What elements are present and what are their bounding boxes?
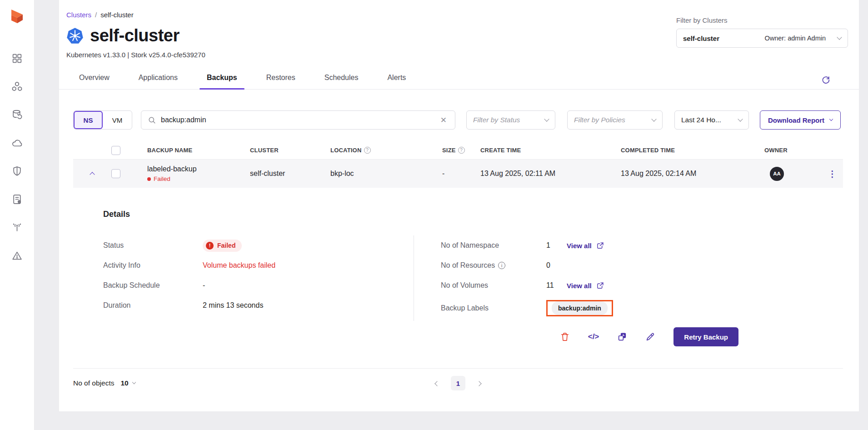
row-status: Failed — [147, 175, 250, 182]
time-range-value: Last 24 Ho... — [681, 116, 721, 124]
volumes-count: 11 — [546, 281, 567, 290]
error-circle-icon: ! — [206, 242, 214, 250]
download-report-button[interactable]: Download Report — [760, 110, 841, 130]
toggle-vm-button[interactable]: VM — [103, 111, 132, 129]
duplicate-backup-icon[interactable] — [617, 332, 627, 342]
ns-vm-toggle: NS VM — [73, 110, 132, 130]
col-size: SIZE? — [442, 147, 480, 154]
policies-placeholder: Filter by Policies — [574, 116, 625, 124]
owner-avatar[interactable]: AA — [770, 167, 784, 181]
col-completed-time: COMPLETED TIME — [621, 147, 764, 154]
rules-document-icon[interactable] — [11, 194, 23, 205]
cluster-filter-owner: Owner: admin Admin — [764, 35, 826, 42]
toggle-ns-button[interactable]: NS — [74, 111, 103, 129]
details-right-column: No of Namespace 1 View all No of Resourc… — [414, 235, 843, 321]
activity-info-label: Activity Info — [103, 261, 203, 270]
view-all-volumes-link[interactable]: View all — [567, 282, 604, 290]
backup-details: Details Status ! Failed Activity Info Vo… — [73, 188, 843, 346]
row-cluster: self-cluster — [250, 170, 330, 178]
portworx-logo-icon[interactable] — [8, 7, 27, 27]
backup-schedule-value: - — [203, 281, 205, 290]
filter-by-status-select[interactable]: Filter by Status — [466, 110, 555, 130]
refresh-icon[interactable] — [821, 75, 831, 85]
help-icon[interactable]: ? — [364, 147, 371, 154]
search-box: ✕ — [141, 110, 455, 130]
namespace-count: 1 — [546, 241, 567, 250]
chevron-down-icon — [651, 116, 656, 121]
volumes-label: No of Volumes — [441, 281, 546, 290]
row-actions-kebab-icon[interactable]: ⋮ — [822, 172, 843, 175]
cluster-version-subtitle: Kubernetes v1.33.0 | Stork v25.4.0-cfe53… — [66, 51, 859, 59]
cloud-settings-icon[interactable] — [11, 137, 23, 149]
col-owner: OWNER — [764, 147, 822, 154]
clusters-cubes-icon[interactable] — [11, 81, 23, 92]
chevron-up-icon — [90, 172, 95, 177]
external-link-icon — [596, 282, 604, 290]
current-page-button[interactable]: 1 — [451, 376, 465, 390]
edit-backup-icon[interactable] — [645, 332, 655, 342]
duration-value: 2 mins 13 seconds — [203, 301, 263, 310]
tab-schedules[interactable]: Schedules — [324, 74, 359, 89]
main-panel: Clusters / self-cluster self-cluster Kub… — [59, 0, 859, 411]
chevron-down-icon — [837, 35, 842, 40]
duration-label: Duration — [103, 301, 203, 310]
col-location: LOCATION? — [330, 147, 442, 154]
retry-backup-button[interactable]: Retry Backup — [673, 327, 738, 346]
next-page-button[interactable] — [475, 377, 483, 389]
search-icon — [148, 116, 156, 125]
activity-info-value: Volume backups failed — [203, 261, 275, 270]
security-shield-icon[interactable] — [11, 165, 23, 177]
external-link-icon — [596, 242, 604, 250]
dashboard-grid-icon[interactable] — [11, 53, 23, 64]
namespace-label: No of Namespace — [441, 241, 546, 250]
backup-labels-label: Backup Labels — [441, 304, 546, 312]
objects-per-page-label: No of objects — [73, 379, 114, 387]
tab-alerts[interactable]: Alerts — [386, 74, 407, 89]
details-left-column: Status ! Failed Activity Info Volume bac… — [73, 235, 414, 321]
collapse-row-button[interactable] — [73, 171, 111, 176]
backup-schedule-label: Backup Schedule — [103, 281, 203, 290]
cluster-filter-label: Filter by Clusters — [676, 16, 848, 24]
backups-content: NS VM ✕ Filter by Status Filter by Polic… — [59, 110, 859, 398]
failed-dot-icon — [147, 177, 151, 181]
filter-by-policies-select[interactable]: Filter by Policies — [567, 110, 663, 130]
chevron-right-icon — [476, 381, 481, 386]
topbar: Clusters / self-cluster self-cluster Kub… — [59, 0, 859, 59]
table-row[interactable]: labeled-backup Failed self-cluster bkp-l… — [73, 160, 843, 188]
status-label: Status — [103, 241, 203, 250]
resources-count: 0 — [546, 261, 567, 270]
backup-label-chip: backup:admin — [552, 301, 608, 315]
info-icon[interactable]: i — [498, 262, 505, 269]
annotation-highlight-box: backup:admin — [546, 300, 613, 316]
page-title: self-cluster — [90, 26, 180, 45]
select-all-checkbox[interactable] — [111, 146, 120, 155]
details-actions: </> Retry Backup — [73, 327, 843, 346]
tab-backups[interactable]: Backups — [206, 74, 238, 89]
activity-antenna-icon[interactable] — [11, 222, 23, 233]
chevron-down-icon — [829, 117, 833, 121]
previous-page-button[interactable] — [434, 377, 441, 389]
alerts-warning-icon[interactable] — [11, 250, 23, 261]
objects-per-page-select[interactable]: 10 — [120, 379, 135, 387]
clear-search-icon[interactable]: ✕ — [439, 115, 449, 126]
resources-label: No of Resources i — [441, 261, 546, 270]
delete-backup-icon[interactable] — [560, 332, 570, 342]
col-create-time: CREATE TIME — [480, 147, 621, 154]
sidebar — [0, 0, 35, 430]
breadcrumb-clusters-link[interactable]: Clusters — [66, 11, 91, 19]
tab-restores[interactable]: Restores — [265, 74, 296, 89]
time-range-select[interactable]: Last 24 Ho... — [674, 110, 749, 130]
view-all-namespaces-link[interactable]: View all — [567, 242, 604, 250]
col-backup-name: BACKUP NAME — [137, 147, 250, 154]
cluster-filter-dropdown[interactable]: self-cluster Owner: admin Admin — [676, 29, 848, 48]
help-icon[interactable]: ? — [458, 147, 465, 154]
col-cluster: CLUSTER — [250, 147, 330, 154]
filter-toolbar: NS VM ✕ Filter by Status Filter by Polic… — [73, 110, 843, 130]
view-json-icon[interactable]: </> — [588, 332, 599, 341]
row-checkbox[interactable] — [111, 169, 120, 178]
search-input[interactable] — [161, 116, 439, 124]
tab-applications[interactable]: Applications — [138, 74, 179, 89]
tab-overview[interactable]: Overview — [78, 74, 110, 89]
pagination-bar: No of objects 10 1 — [73, 369, 843, 398]
backup-restore-db-icon[interactable] — [11, 109, 23, 120]
